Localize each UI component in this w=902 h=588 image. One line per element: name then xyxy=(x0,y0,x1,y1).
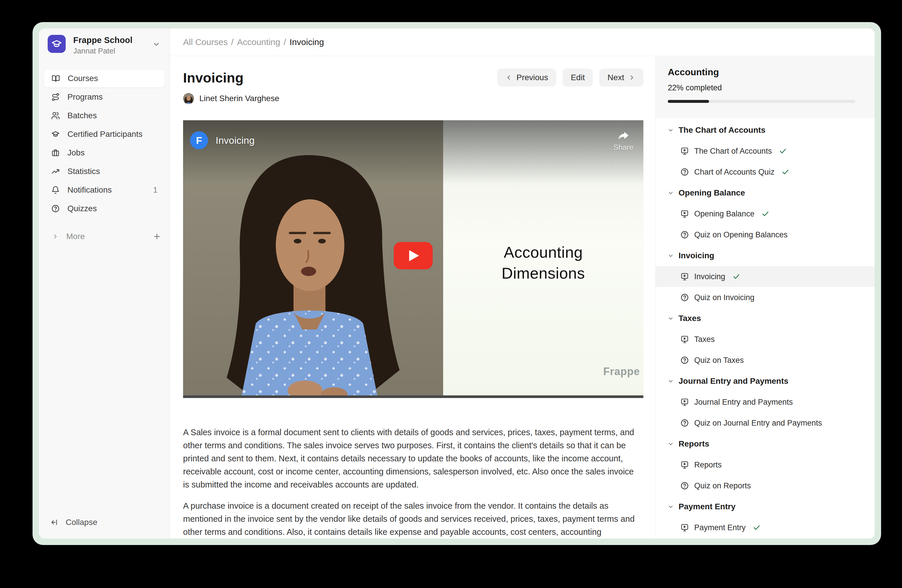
lesson-row[interactable]: Journal Entry and Payments xyxy=(656,392,875,413)
lesson-label: Quiz on Opening Balances xyxy=(694,230,788,239)
video-lesson-icon xyxy=(680,398,689,407)
workspace-user: Jannat Patel xyxy=(73,47,133,55)
users-icon xyxy=(51,111,60,120)
lesson-label: Journal Entry and Payments xyxy=(694,398,793,407)
workspace-text: Frappe School Jannat Patel xyxy=(73,35,133,55)
chevron-down-icon[interactable] xyxy=(152,40,160,48)
chapter-row[interactable]: Journal Entry and Payments xyxy=(656,371,875,392)
lesson-row[interactable]: The Chart of Accounts xyxy=(656,141,875,161)
share-icon xyxy=(617,129,630,142)
chapter-row[interactable]: The Chart of Accounts xyxy=(656,120,875,141)
course-outline: Accounting 22% completed The Chart of Ac… xyxy=(655,56,875,539)
video-lesson-icon xyxy=(680,147,689,155)
channel-logo[interactable]: F xyxy=(190,131,208,149)
lesson-row[interactable]: Payment Entry xyxy=(656,517,875,538)
video-lesson-icon xyxy=(680,460,689,469)
chapter-title: Opening Balance xyxy=(678,188,745,197)
video-lesson-icon xyxy=(680,272,689,281)
lesson-label: Opening Balance xyxy=(694,210,754,219)
sidebar-item-label: Statistics xyxy=(67,167,100,176)
sidebar-item-label: Jobs xyxy=(67,148,85,158)
edit-button[interactable]: Edit xyxy=(562,69,593,87)
lesson-row[interactable]: Quiz on Invoicing xyxy=(656,287,875,308)
play-button[interactable] xyxy=(394,242,433,271)
progress-text: 22% completed xyxy=(668,83,875,92)
lesson-row[interactable]: Chart of Accounts Quiz xyxy=(656,161,875,183)
breadcrumb-separator: / xyxy=(283,37,286,47)
lesson-label: Taxes xyxy=(694,335,715,344)
previous-button[interactable]: Previous xyxy=(497,69,556,87)
lesson-row[interactable]: Quiz on Taxes xyxy=(656,350,875,371)
chapter-row[interactable]: Taxes xyxy=(656,308,875,329)
share-button[interactable]: Share xyxy=(614,129,634,152)
quiz-icon xyxy=(680,419,689,427)
chapter-title: Reports xyxy=(678,439,709,449)
app-window: Frappe School Jannat Patel Courses Progr… xyxy=(39,28,875,539)
check-icon xyxy=(779,147,787,155)
breadcrumb-course[interactable]: Accounting xyxy=(237,37,280,47)
lesson-row[interactable]: Opening Balance xyxy=(656,203,875,224)
lesson-row-active[interactable]: Invoicing xyxy=(656,266,875,287)
lesson-row[interactable]: Quiz on Reports xyxy=(656,475,875,496)
check-icon xyxy=(781,168,789,176)
next-button[interactable]: Next xyxy=(599,69,644,87)
sidebar-item-courses[interactable]: Courses xyxy=(44,69,165,88)
collapse-sidebar-button[interactable]: Collapse xyxy=(44,514,97,530)
lesson-label: The Chart of Accounts xyxy=(694,147,772,156)
sidebar-item-programs[interactable]: Programs xyxy=(44,88,165,106)
workspace-switcher[interactable]: Frappe School Jannat Patel xyxy=(39,28,170,64)
breadcrumb: All Courses / Accounting / Invoicing xyxy=(170,28,875,56)
sidebar-item-batches[interactable]: Batches xyxy=(44,106,165,125)
route-icon xyxy=(51,93,60,102)
paragraph: A Sales invoice is a formal document sen… xyxy=(183,426,639,491)
lesson-row[interactable]: Taxes xyxy=(656,329,875,350)
sidebar-item-quizzes[interactable]: Quizzes xyxy=(44,199,165,218)
video-progress-bar[interactable] xyxy=(183,396,644,398)
quiz-icon xyxy=(680,293,689,302)
lesson-row[interactable]: Quiz on Journal Entry and Payments xyxy=(656,413,875,433)
video-title[interactable]: Invoicing xyxy=(216,135,255,146)
collapse-left-icon xyxy=(50,518,59,526)
video-player[interactable]: Accounting Dimensions Frappe F Invoicing… xyxy=(183,120,644,398)
graduation-cap-icon xyxy=(51,130,60,139)
chevron-down-icon xyxy=(667,190,674,196)
quiz-icon xyxy=(680,482,689,490)
sidebar-item-label: Courses xyxy=(68,74,98,83)
outline-list: The Chart of Accounts The Chart of Accou… xyxy=(656,118,875,538)
chapter-row[interactable]: Invoicing xyxy=(656,245,875,266)
lesson-label: Invoicing xyxy=(694,272,725,281)
lesson-row[interactable]: Quiz on Opening Balances xyxy=(656,224,875,245)
lesson-row[interactable]: Reports xyxy=(656,454,875,475)
sidebar-item-label: Batches xyxy=(67,111,97,120)
frappe-watermark: Frappe xyxy=(603,366,640,378)
chapter-row[interactable]: Reports xyxy=(656,433,875,454)
previous-label: Previous xyxy=(517,73,548,82)
app-frame: Frappe School Jannat Patel Courses Progr… xyxy=(33,22,881,545)
paragraph: A purchase invoice is a document created… xyxy=(183,499,639,539)
sidebar-item-notifications[interactable]: Notifications 1 xyxy=(44,181,165,199)
page-title: Invoicing xyxy=(183,70,244,86)
chapter-title: Journal Entry and Payments xyxy=(678,377,788,386)
lesson-label: Quiz on Invoicing xyxy=(694,293,754,302)
author-name: Linet Sherin Varghese xyxy=(199,94,279,103)
sidebar-item-jobs[interactable]: Jobs xyxy=(44,144,165,162)
bell-icon xyxy=(51,186,60,194)
chapter-title: Taxes xyxy=(678,314,701,323)
sidebar-item-statistics[interactable]: Statistics xyxy=(44,162,165,181)
sidebar-item-certified-participants[interactable]: Certified Participants xyxy=(44,125,165,144)
plus-icon[interactable] xyxy=(153,232,161,241)
lesson-content: Invoicing Previous Edit Next xyxy=(170,56,655,539)
share-label: Share xyxy=(614,143,634,152)
check-icon xyxy=(761,210,769,218)
help-circle-icon xyxy=(51,204,60,213)
video-top-gradient xyxy=(183,120,644,184)
quiz-icon xyxy=(680,167,689,176)
slide-title: Accounting Dimensions xyxy=(443,242,644,283)
chapter-row[interactable]: Opening Balance xyxy=(656,183,875,203)
breadcrumb-all-courses[interactable]: All Courses xyxy=(183,37,227,47)
breadcrumb-current: Invoicing xyxy=(290,37,324,47)
sidebar-more[interactable]: More xyxy=(39,227,170,246)
chapter-row[interactable]: Payment Entry xyxy=(656,496,875,517)
graduation-cap-icon xyxy=(51,38,62,49)
more-label: More xyxy=(66,232,85,241)
